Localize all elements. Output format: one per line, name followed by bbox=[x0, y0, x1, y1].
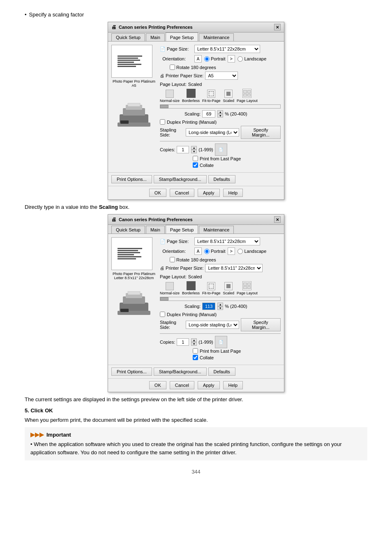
scaling-range-2: % (20-400) bbox=[225, 304, 247, 309]
fit-to-page-icon-item-1[interactable]: Fit-to-Page bbox=[202, 90, 221, 103]
print-from-last-checkbox-1[interactable] bbox=[193, 156, 198, 161]
tab-quick-setup-1[interactable]: Quick Setup bbox=[111, 33, 145, 41]
page-size-row-1: 📄 Page Size: Letter 8.5'x11" 22x28cm bbox=[160, 45, 281, 53]
portrait-radio-1[interactable] bbox=[204, 56, 210, 62]
ok-btn-2[interactable]: OK bbox=[149, 381, 166, 389]
page-layout-icon-item-1[interactable]: Page Layout bbox=[237, 89, 258, 103]
normal-size-icon-item-2[interactable]: Normal-size bbox=[160, 282, 180, 295]
stapling-row-2: Stapling Side: Long-side stapling (Left)… bbox=[160, 318, 281, 331]
preview-label-1: Photo Paper Pro PlatinumA5 bbox=[111, 79, 157, 88]
page-layout-icon-item-2[interactable]: Page Layout bbox=[237, 281, 258, 295]
printer-paper-size-select-2[interactable]: Letter 8.5'x11" 22x28cm bbox=[205, 264, 263, 272]
scaling-down-2[interactable]: ▼ bbox=[217, 306, 223, 310]
fit-to-page-label-2: Fit-to-Page bbox=[202, 291, 221, 295]
tab-main-2[interactable]: Main bbox=[146, 226, 165, 234]
orient-a-landscape-2: A bbox=[228, 247, 235, 255]
tab-maintenance-1[interactable]: Maintenance bbox=[199, 33, 234, 41]
close-button-2[interactable]: ✕ bbox=[274, 216, 281, 223]
dialog-1-bottom-buttons: Print Options... Stamp/Background... Def… bbox=[108, 172, 284, 186]
orient-a-box-1: A bbox=[194, 55, 202, 62]
collate-label-2: Collate bbox=[200, 355, 214, 360]
apply-btn-2[interactable]: Apply bbox=[198, 381, 220, 389]
print-from-last-checkbox-2[interactable] bbox=[193, 348, 198, 354]
help-btn-2[interactable]: Help bbox=[223, 381, 243, 389]
print-options-btn-1[interactable]: Print Options... bbox=[111, 175, 152, 183]
normal-size-icon-1 bbox=[166, 90, 174, 98]
stapling-select-1[interactable]: Long-side stapling (Left) bbox=[186, 128, 239, 136]
portrait-radio-2[interactable] bbox=[204, 249, 210, 254]
copies-input-2[interactable] bbox=[177, 338, 189, 346]
page-size-select-1[interactable]: Letter 8.5'x11" 22x28cm bbox=[194, 45, 260, 53]
stamp-background-btn-1[interactable]: Stamp/Background... bbox=[154, 175, 207, 183]
fit-to-page-icon-item-2[interactable]: Fit-to-Page bbox=[202, 282, 221, 295]
scaled-icon-item-1[interactable]: Scaled bbox=[223, 90, 235, 103]
portrait-label-1: Portrait bbox=[211, 56, 225, 61]
cancel-btn-2[interactable]: Cancel bbox=[170, 381, 194, 389]
specify-margin-btn-1[interactable]: Specify Margin... bbox=[241, 126, 281, 139]
landscape-radio-2[interactable] bbox=[238, 249, 243, 254]
page-layout-label-2: Page Layout: bbox=[160, 274, 187, 279]
scaling-down-1[interactable]: ▼ bbox=[217, 114, 223, 118]
scrollbar-2[interactable] bbox=[160, 297, 281, 301]
copies-spinner-1[interactable]: ▲ ▼ bbox=[191, 146, 197, 153]
borderless-icon-2 bbox=[187, 281, 196, 290]
apply-btn-1[interactable]: Apply bbox=[198, 189, 220, 197]
scaled-label-1: Scaled bbox=[223, 99, 235, 103]
copies-up-1[interactable]: ▲ bbox=[191, 146, 197, 150]
defaults-btn-1[interactable]: Defaults bbox=[208, 175, 235, 183]
page-size-select-2[interactable]: Letter 8.5'x11" 22x28cm bbox=[194, 237, 260, 245]
tab-maintenance-2[interactable]: Maintenance bbox=[199, 226, 234, 234]
scaling-spinner-2[interactable]: ▲ ▼ bbox=[217, 303, 223, 310]
copies-down-1[interactable]: ▼ bbox=[191, 150, 197, 153]
close-button-1[interactable]: ✕ bbox=[274, 24, 281, 30]
dialog-1-title-text: Canon series Printing Preferences bbox=[119, 25, 193, 30]
defaults-btn-2[interactable]: Defaults bbox=[208, 368, 235, 376]
rotate-checkbox-2[interactable] bbox=[170, 257, 175, 262]
printer-preview-1 bbox=[111, 100, 157, 129]
cancel-btn-1[interactable]: Cancel bbox=[170, 189, 194, 197]
borderless-icon-item-2[interactable]: Borderless bbox=[182, 281, 200, 295]
orientation-label-2: Orientation: bbox=[160, 249, 193, 254]
tab-page-setup-2[interactable]: Page Setup bbox=[166, 225, 198, 234]
important-box: ▶▶▶ Important • When the application sof… bbox=[25, 427, 367, 460]
scaling-up-1[interactable]: ▲ bbox=[217, 110, 223, 114]
rotate-checkbox-1[interactable] bbox=[170, 65, 175, 70]
scaling-input-1[interactable] bbox=[202, 110, 215, 118]
borderless-label-2: Borderless bbox=[182, 291, 200, 295]
print-options-btn-2[interactable]: Print Options... bbox=[111, 368, 152, 376]
ok-btn-1[interactable]: OK bbox=[149, 189, 166, 197]
orient-a-landscape-1: A bbox=[228, 55, 235, 62]
scaled-icon-item-2[interactable]: Scaled bbox=[223, 282, 235, 295]
tab-main-1[interactable]: Main bbox=[146, 33, 165, 41]
scaled-icon-1 bbox=[224, 90, 233, 98]
normal-size-icon-item-1[interactable]: Normal-size bbox=[160, 90, 180, 103]
landscape-radio-1[interactable] bbox=[238, 56, 243, 62]
print-from-last-label-1: Print from Last Page bbox=[200, 156, 241, 161]
portrait-label-2: Portrait bbox=[211, 249, 225, 254]
copies-input-1[interactable] bbox=[177, 146, 189, 153]
scaling-input-2[interactable] bbox=[202, 303, 215, 310]
scaling-up-2[interactable]: ▲ bbox=[217, 303, 223, 306]
tab-page-setup-1[interactable]: Page Setup bbox=[166, 32, 198, 41]
printer-title-icon-2: 🖨 bbox=[111, 217, 116, 222]
borderless-icon-item-1[interactable]: Borderless bbox=[182, 89, 200, 103]
specify-margin-btn-2[interactable]: Specify Margin... bbox=[241, 318, 281, 331]
scaling-spinner-1[interactable]: ▲ ▼ bbox=[217, 110, 223, 118]
copies-down-2[interactable]: ▼ bbox=[191, 342, 197, 346]
stamp-background-btn-2[interactable]: Stamp/Background... bbox=[154, 368, 207, 376]
collate-checkbox-1[interactable] bbox=[193, 162, 198, 168]
preview-box-2 bbox=[111, 237, 152, 270]
copies-spinner-2[interactable]: ▲ ▼ bbox=[191, 338, 197, 346]
print-from-last-row-1: Print from Last Page bbox=[193, 156, 281, 161]
dialog-2-ok-cancel: OK Cancel Apply Help bbox=[108, 378, 284, 392]
scrollbar-1[interactable] bbox=[160, 104, 281, 109]
help-btn-1[interactable]: Help bbox=[223, 189, 243, 197]
stapling-select-2[interactable]: Long-side stapling (Left) bbox=[186, 321, 239, 329]
duplex-checkbox-2[interactable] bbox=[160, 312, 165, 317]
duplex-checkbox-1[interactable] bbox=[160, 119, 165, 125]
collate-checkbox-2[interactable] bbox=[193, 355, 198, 360]
copies-up-2[interactable]: ▲ bbox=[191, 338, 197, 342]
tab-quick-setup-2[interactable]: Quick Setup bbox=[111, 226, 145, 234]
copies-row-2: Copies: ▲ ▼ (1-999) 📄 bbox=[160, 336, 281, 348]
printer-paper-size-select-1[interactable]: A5 bbox=[205, 72, 238, 80]
